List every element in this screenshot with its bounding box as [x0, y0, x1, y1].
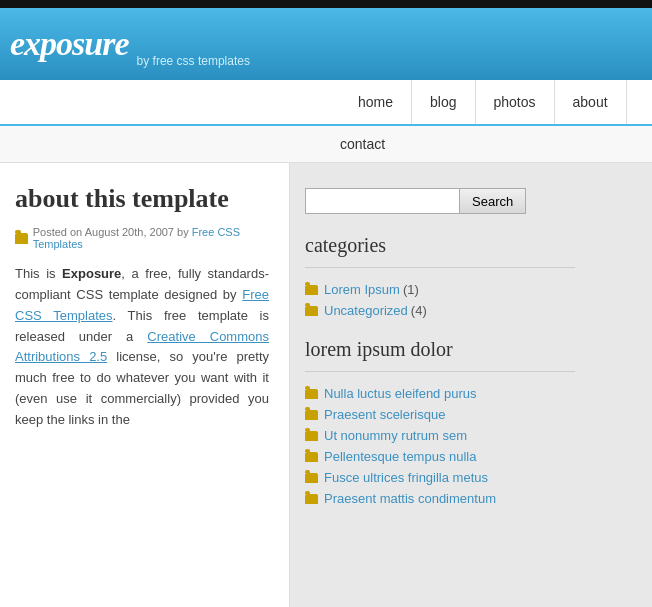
lorem-link-3[interactable]: Pellentesque tempus nulla [324, 449, 477, 464]
contact-link[interactable]: contact [340, 136, 385, 152]
lorem-link-2[interactable]: Ut nonummy rutrum sem [324, 428, 467, 443]
post-meta: Posted on August 20th, 2007 by Free CSS … [15, 226, 269, 250]
main-content: about this template Posted on August 20t… [0, 163, 290, 607]
divider [305, 267, 575, 268]
folder-icon [305, 389, 318, 399]
folder-icon [305, 431, 318, 441]
header: exposure by free css templates [0, 8, 652, 80]
brand-name: Exposure [62, 266, 121, 281]
nav-photos[interactable]: photos [476, 80, 555, 124]
categories-section: categories Lorem Ipsum (1) Uncategorized… [305, 234, 575, 318]
categories-title: categories [305, 234, 575, 257]
logo: exposure [10, 25, 129, 63]
post-body: This is Exposure, a free, fully standard… [15, 264, 269, 430]
lorem-link-1[interactable]: Praesent scelerisque [324, 407, 445, 422]
list-item: Uncategorized (4) [305, 303, 575, 318]
folder-icon [305, 452, 318, 462]
lorem-list: Nulla luctus eleifend purus Praesent sce… [305, 386, 575, 506]
top-bar [0, 0, 652, 8]
contact-bar: contact [0, 126, 652, 163]
list-item: Pellentesque tempus nulla [305, 449, 575, 464]
category-uncategorized-count: (4) [411, 303, 427, 318]
category-lorem[interactable]: Lorem Ipsum [324, 282, 400, 297]
folder-icon [305, 410, 318, 420]
nav-home[interactable]: home [340, 80, 412, 124]
nav-about[interactable]: about [555, 80, 627, 124]
lorem-section: lorem ipsum dolor Nulla luctus eleifend … [305, 338, 575, 506]
list-item: Ut nonummy rutrum sem [305, 428, 575, 443]
list-item: Praesent mattis condimentum [305, 491, 575, 506]
creative-commons-link[interactable]: Creative Commons Attributions 2.5 [15, 329, 269, 365]
category-uncategorized[interactable]: Uncategorized [324, 303, 408, 318]
post-meta-text: Posted on August 20th, 2007 by Free CSS … [33, 226, 269, 250]
content-wrapper: about this template Posted on August 20t… [0, 163, 652, 607]
lorem-link-0[interactable]: Nulla luctus eleifend purus [324, 386, 476, 401]
folder-icon [305, 285, 318, 295]
lorem-title: lorem ipsum dolor [305, 338, 575, 361]
folder-icon [305, 494, 318, 504]
nav: home blog photos about [0, 80, 652, 126]
list-item: Nulla luctus eleifend purus [305, 386, 575, 401]
list-item: Fusce ultrices fringilla metus [305, 470, 575, 485]
folder-icon [305, 306, 318, 316]
categories-list: Lorem Ipsum (1) Uncategorized (4) [305, 282, 575, 318]
nav-blog[interactable]: blog [412, 80, 475, 124]
lorem-link-5[interactable]: Praesent mattis condimentum [324, 491, 496, 506]
list-item: Lorem Ipsum (1) [305, 282, 575, 297]
divider [305, 371, 575, 372]
sidebar: Search categories Lorem Ipsum (1) Uncate… [290, 163, 590, 607]
free-css-link1[interactable]: Free CSS Templates [15, 287, 269, 323]
tagline: by free css templates [137, 54, 250, 80]
post-title: about this template [15, 183, 269, 214]
search-input[interactable] [305, 188, 460, 214]
folder-icon [305, 473, 318, 483]
folder-icon [15, 233, 28, 244]
post-body-text1: This is Exposure, a free, fully standard… [15, 266, 269, 427]
lorem-link-4[interactable]: Fusce ultrices fringilla metus [324, 470, 488, 485]
category-lorem-count: (1) [403, 282, 419, 297]
list-item: Praesent scelerisque [305, 407, 575, 422]
search-button[interactable]: Search [460, 188, 526, 214]
search-section: Search [305, 188, 575, 214]
